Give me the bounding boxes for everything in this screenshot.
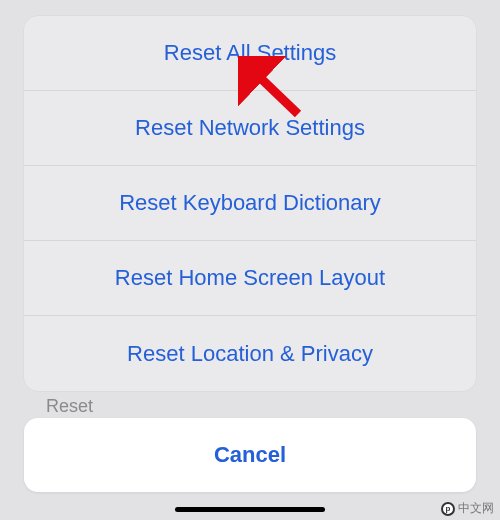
cancel-button[interactable]: Cancel xyxy=(24,418,476,492)
reset-keyboard-dictionary-item[interactable]: Reset Keyboard Dictionary xyxy=(24,166,476,241)
sheet-item-label: Reset Home Screen Layout xyxy=(115,265,385,291)
reset-action-sheet: Reset All Settings Reset Network Setting… xyxy=(24,16,476,391)
reset-home-screen-layout-item[interactable]: Reset Home Screen Layout xyxy=(24,241,476,316)
sheet-item-label: Reset Location & Privacy xyxy=(127,341,373,367)
reset-network-settings-item[interactable]: Reset Network Settings xyxy=(24,91,476,166)
sheet-item-label: Reset All Settings xyxy=(164,40,336,66)
sheet-item-label: Reset Keyboard Dictionary xyxy=(119,190,381,216)
cancel-button-label: Cancel xyxy=(214,442,286,468)
reset-all-settings-item[interactable]: Reset All Settings xyxy=(24,16,476,91)
watermark: p 中文网 xyxy=(441,500,494,517)
sheet-item-label: Reset Network Settings xyxy=(135,115,365,141)
reset-location-privacy-item[interactable]: Reset Location & Privacy xyxy=(24,316,476,391)
background-menu-label: Reset xyxy=(46,396,93,417)
home-indicator[interactable] xyxy=(175,507,325,512)
watermark-text: 中文网 xyxy=(458,500,494,517)
php-logo-icon: p xyxy=(441,502,455,516)
